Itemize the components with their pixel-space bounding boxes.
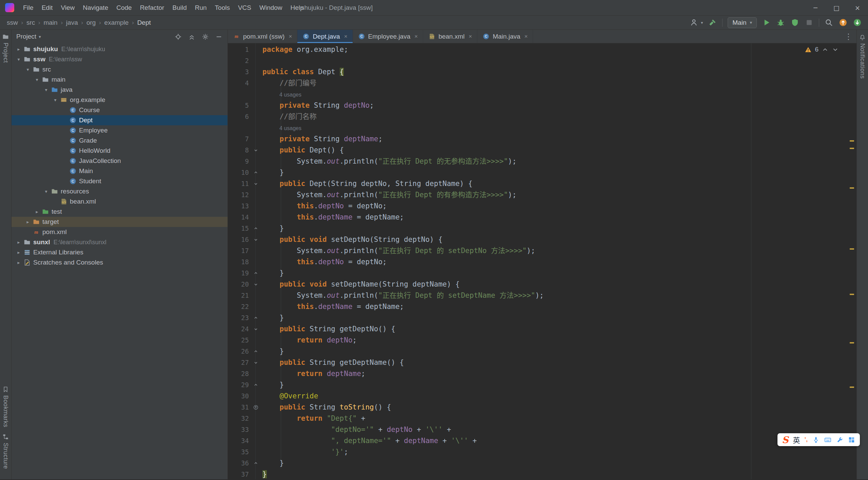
fold-down-marker-icon[interactable]	[253, 326, 259, 332]
tree-item-org-example[interactable]: ▾org.example	[12, 95, 228, 105]
fold-down-marker-icon[interactable]	[253, 181, 259, 187]
code-line-36[interactable]: 36 }	[228, 458, 856, 469]
menu-window[interactable]: Window	[255, 0, 287, 15]
line-number[interactable]: 33	[228, 424, 250, 435]
fold-up-marker-icon[interactable]	[253, 349, 259, 354]
line-number[interactable]: 35	[228, 446, 250, 458]
override-method-icon[interactable]	[250, 402, 261, 413]
line-number[interactable]: 15	[228, 223, 250, 234]
code-line-8[interactable]: 8 public Dept() {	[228, 145, 856, 156]
fold-up-icon[interactable]	[250, 167, 261, 178]
warning-stripe-mark[interactable]	[850, 187, 854, 189]
tree-item-bean-xml[interactable]: </>bean.xml	[12, 196, 228, 207]
fold-up-marker-icon[interactable]	[253, 170, 259, 175]
code-line-13[interactable]: 13 this.deptNo = deptNo;	[228, 201, 856, 212]
tree-item-pom-xml[interactable]: mpom.xml	[12, 227, 228, 237]
tab-bean-xml[interactable]: </>bean.xml×	[423, 30, 477, 43]
line-number[interactable]: 18	[228, 256, 250, 268]
fold-up-icon[interactable]	[250, 223, 261, 234]
line-number[interactable]: 10	[228, 167, 250, 178]
virtual-keyboard-icon[interactable]	[824, 436, 832, 444]
line-number[interactable]: 9	[228, 156, 250, 167]
close-tab-icon[interactable]: ×	[414, 33, 418, 40]
fold-down-icon[interactable]	[250, 234, 261, 245]
chevron-right-icon[interactable]: ▸	[14, 46, 23, 52]
code-line-24[interactable]: 24 public String getDeptNo() {	[228, 324, 856, 335]
tree-item-dept[interactable]: CDept	[12, 115, 228, 125]
menu-file[interactable]: File	[19, 0, 38, 15]
chevron-right-icon[interactable]: ▸	[14, 250, 23, 255]
menu-navigate[interactable]: Navigate	[79, 0, 112, 15]
breadcrumb-item-dept[interactable]: Dept	[137, 19, 151, 26]
fold-up-icon[interactable]	[250, 458, 261, 469]
line-number[interactable]: 13	[228, 201, 250, 212]
error-stripe[interactable]	[848, 43, 856, 479]
line-number[interactable]: 27	[228, 357, 250, 368]
line-number[interactable]: 37	[228, 469, 250, 479]
menu-build[interactable]: Build	[168, 0, 191, 15]
code-line-7[interactable]: 7 private String deptName;	[228, 133, 856, 145]
fold-down-icon[interactable]	[250, 145, 261, 156]
tree-item-shujuku[interactable]: ▸shujukuE:\learn\shujuku	[12, 44, 228, 54]
line-number[interactable]: 21	[228, 290, 250, 301]
breadcrumb-item-main[interactable]: main	[43, 19, 57, 26]
ime-language-mode[interactable]: 英	[793, 435, 800, 445]
fold-up-marker-icon[interactable]	[253, 460, 259, 466]
line-number[interactable]: 30	[228, 391, 250, 402]
close-button[interactable]: ×	[847, 0, 868, 15]
search-everywhere-button[interactable]	[824, 18, 833, 27]
fold-down-marker-icon[interactable]	[253, 147, 259, 153]
chevron-down-icon[interactable]: ▾	[42, 87, 51, 92]
minimize-button[interactable]: ─	[805, 0, 826, 15]
code-line-15[interactable]: 15 }	[228, 223, 856, 234]
menu-vcs[interactable]: VCS	[234, 0, 255, 15]
warning-stripe-mark[interactable]	[850, 148, 854, 149]
settings-icon[interactable]	[201, 33, 209, 41]
line-number[interactable]: 28	[228, 368, 250, 379]
fold-down-marker-icon[interactable]	[253, 360, 259, 366]
fold-up-marker-icon[interactable]	[253, 270, 259, 276]
code-line-1[interactable]: 1package org.example;	[228, 44, 856, 55]
code-line-22[interactable]: 22 this.deptName = deptName;	[228, 301, 856, 312]
line-number[interactable]	[228, 89, 250, 100]
stop-button[interactable]	[805, 18, 814, 27]
fold-down-marker-icon[interactable]	[253, 237, 259, 243]
code-line-11[interactable]: 11 public Dept(String deptNo, String dep…	[228, 178, 856, 189]
code-line-31[interactable]: 31 public String toString() {	[228, 402, 856, 413]
code-line-6[interactable]: 6 //部门名称	[228, 111, 856, 122]
next-warning-icon[interactable]	[832, 46, 839, 53]
fold-up-marker-icon[interactable]	[253, 382, 259, 388]
debug-button[interactable]	[776, 18, 785, 27]
fold-down-icon[interactable]	[250, 279, 261, 290]
tree-item-main[interactable]: ▾main	[12, 75, 228, 85]
inspections-widget[interactable]: 6	[805, 46, 839, 53]
run-configuration-select[interactable]: Main▾	[728, 17, 757, 28]
tree-item-target[interactable]: ▸target	[12, 217, 228, 227]
warning-stripe-mark[interactable]	[850, 248, 854, 250]
code-line-inlay[interactable]: 4 usages	[228, 122, 856, 133]
tree-item-helloworld[interactable]: CHelloWorld	[12, 146, 228, 156]
tab-options-icon[interactable]: ⋮	[841, 30, 856, 43]
code-line-34[interactable]: 34 ", deptName='" + deptName + '\'' +	[228, 435, 856, 446]
run-with-coverage-button[interactable]	[790, 18, 800, 27]
tab-dept-java[interactable]: CDept.java×	[297, 30, 353, 43]
fold-down-icon[interactable]	[250, 324, 261, 335]
code-line-35[interactable]: 35 '}';	[228, 446, 856, 458]
hide-panel-icon[interactable]	[215, 33, 223, 41]
fold-down-icon[interactable]	[250, 178, 261, 189]
code-line-32[interactable]: 32 return "Dept{" +	[228, 413, 856, 424]
fold-up-icon[interactable]	[250, 379, 261, 391]
tree-item-java[interactable]: ▾java	[12, 85, 228, 95]
chevron-down-icon[interactable]: ▾	[14, 57, 23, 62]
run-button[interactable]	[762, 18, 771, 27]
line-number[interactable]: 7	[228, 133, 250, 145]
usages-inlay-hint[interactable]: 4 usages	[279, 92, 301, 98]
breadcrumb-item-ssw[interactable]: ssw	[7, 19, 18, 26]
breadcrumb-item-example[interactable]: example	[104, 19, 129, 26]
line-number[interactable]: 20	[228, 279, 250, 290]
line-number[interactable]: 12	[228, 189, 250, 201]
sogou-logo-icon[interactable]: S	[782, 435, 789, 445]
chevron-down-icon[interactable]: ▾	[42, 189, 51, 194]
menu-edit[interactable]: Edit	[38, 0, 57, 15]
code-line-2[interactable]: 2	[228, 55, 856, 66]
